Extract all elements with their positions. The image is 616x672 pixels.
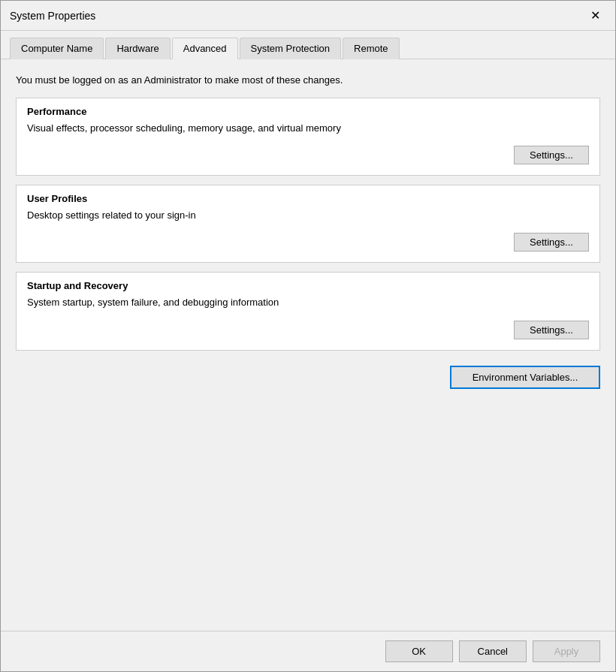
performance-title: Performance [27, 106, 589, 117]
apply-button[interactable]: Apply [533, 640, 600, 662]
tabs-bar: Computer Name Hardware Advanced System P… [1, 31, 615, 59]
env-variables-area: Environment Variables... [16, 360, 600, 395]
performance-description: Visual effects, processor scheduling, me… [27, 122, 589, 135]
user-profiles-settings-button[interactable]: Settings... [514, 233, 589, 252]
tab-system-protection[interactable]: System Protection [240, 38, 342, 59]
close-button[interactable]: ✕ [584, 5, 606, 27]
tab-content: You must be logged on as an Administrato… [1, 59, 615, 631]
user-profiles-title: User Profiles [27, 193, 589, 204]
dialog-footer: OK Cancel Apply [1, 631, 615, 671]
startup-recovery-title: Startup and Recovery [27, 280, 589, 291]
tab-remote[interactable]: Remote [343, 38, 400, 59]
system-properties-dialog: System Properties ✕ Computer Name Hardwa… [0, 0, 616, 672]
startup-recovery-section: Startup and Recovery System startup, sys… [16, 272, 600, 350]
performance-section: Performance Visual effects, processor sc… [16, 98, 600, 176]
startup-recovery-description: System startup, system failure, and debu… [27, 296, 589, 309]
dialog-title: System Properties [10, 10, 95, 22]
ok-button[interactable]: OK [385, 640, 453, 662]
startup-recovery-settings-button[interactable]: Settings... [514, 321, 589, 339]
admin-notice: You must be logged on as an Administrato… [16, 71, 600, 89]
tab-hardware[interactable]: Hardware [105, 38, 170, 59]
environment-variables-button[interactable]: Environment Variables... [450, 366, 600, 389]
performance-footer: Settings... [27, 146, 589, 164]
user-profiles-section: User Profiles Desktop settings related t… [16, 185, 600, 263]
user-profiles-description: Desktop settings related to your sign-in [27, 209, 589, 222]
user-profiles-footer: Settings... [27, 233, 589, 252]
cancel-button[interactable]: Cancel [459, 640, 527, 662]
tab-computer-name[interactable]: Computer Name [10, 38, 104, 59]
title-bar: System Properties ✕ [1, 1, 615, 31]
tab-advanced[interactable]: Advanced [172, 38, 238, 59]
performance-settings-button[interactable]: Settings... [514, 146, 589, 164]
startup-recovery-footer: Settings... [27, 321, 589, 339]
